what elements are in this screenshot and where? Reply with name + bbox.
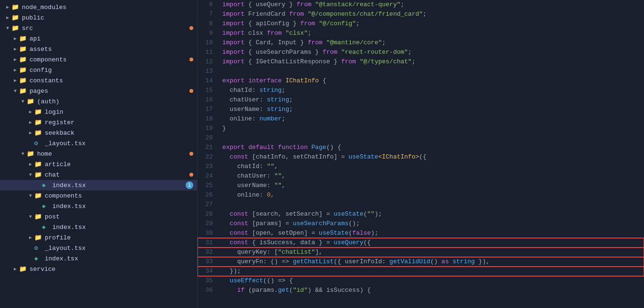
line-code: const [open, setOpen] = useState(false);	[220, 229, 644, 238]
folder-icon: 📁	[19, 66, 28, 74]
line-number: 34	[198, 267, 220, 276]
folder-icon: 📁	[34, 192, 43, 199]
arrow-icon: ▶	[4, 4, 11, 10]
sidebar-item-label: service	[30, 266, 56, 273]
sidebar-item-index-tsx-chat[interactable]: ◈ index.tsx 1	[0, 180, 197, 190]
line-number: 18	[198, 114, 220, 124]
folder-icon: 📁	[19, 56, 28, 63]
code-line: 19}	[198, 124, 644, 133]
code-line: 22 const [chatInfo, setChatInfo] = useSt…	[198, 152, 644, 162]
line-number: 33	[198, 257, 220, 267]
line-code: queryKey: ["chatList"],	[220, 248, 644, 257]
line-code: });	[220, 267, 644, 276]
sidebar-item-index-tsx-components[interactable]: ◈ index.tsx	[0, 201, 197, 211]
file-icon: ◈	[42, 181, 50, 189]
sidebar-item-components[interactable]: ▶ 📁 components	[0, 54, 197, 65]
file-icon: ◈	[42, 223, 50, 231]
code-line: 9import clsx from "clsx";	[198, 29, 644, 38]
arrow-icon: ▼	[27, 172, 34, 178]
folder-icon: 📁	[19, 265, 28, 273]
line-code: chatId: "",	[220, 162, 644, 171]
line-code: queryFn: () => getChatList({ userInfoId:…	[220, 257, 644, 267]
line-number: 29	[198, 219, 220, 229]
sidebar-item-service[interactable]: ▶ 📁 service	[0, 264, 197, 274]
line-number: 11	[198, 48, 220, 57]
folder-icon: 📁	[19, 87, 28, 95]
modified-dot	[189, 152, 193, 156]
sidebar-item-assets[interactable]: ▶ 📁 assets	[0, 44, 197, 54]
sidebar-item-index-tsx-home[interactable]: ◈ index.tsx	[0, 253, 197, 264]
modified-dot	[189, 58, 193, 61]
sidebar-item-auth[interactable]: ▼ 📁 (auth)	[0, 96, 197, 107]
line-number: 14	[198, 76, 220, 86]
sidebar-item-config[interactable]: ▶ 📁 config	[0, 65, 197, 75]
sidebar-item-chat[interactable]: ▼ 📁 chat	[0, 169, 197, 180]
line-number: 10	[198, 38, 220, 48]
sidebar-item-public[interactable]: ▶ 📁 public	[0, 12, 197, 23]
line-code: }	[220, 124, 644, 133]
code-line: 21export default function Page() {	[198, 143, 644, 152]
sidebar-item-label: assets	[30, 46, 52, 53]
sidebar-item-index-tsx-post[interactable]: ◈ index.tsx	[0, 222, 197, 232]
line-number: 26	[198, 190, 220, 200]
folder-icon: 📁	[34, 129, 43, 137]
sidebar-item-login[interactable]: ▶ 📁 login	[0, 107, 197, 117]
line-code: chatId: string;	[220, 86, 644, 95]
line-number: 9	[198, 29, 220, 38]
line-number: 7	[198, 10, 220, 19]
line-code: export default function Page() {	[220, 143, 644, 152]
sidebar-item-components-chat[interactable]: ▼ 📁 components	[0, 190, 197, 201]
sidebar-item-constants[interactable]: ▶ 📁 constants	[0, 75, 197, 86]
code-line: 8import { apiConfig } from "@/config";	[198, 19, 644, 29]
line-code: const [search, setSearch] = useState("")…	[220, 209, 644, 219]
line-code: online: number;	[220, 114, 644, 124]
sidebar-item-label: profile	[45, 234, 71, 241]
code-editor: 6import { useQuery } from "@tanstack/rea…	[198, 0, 644, 308]
line-code: userName: string;	[220, 105, 644, 114]
sidebar-item-register[interactable]: ▶ 📁 register	[0, 117, 197, 128]
line-code: export interface IChatInfo {	[220, 76, 644, 86]
code-line: 24 chatUser: "",	[198, 171, 644, 181]
code-line: 28 const [search, setSearch] = useState(…	[198, 209, 644, 219]
line-number: 21	[198, 143, 220, 152]
sidebar-item-profile[interactable]: ▶ 📁 profile	[0, 232, 197, 243]
sidebar-item-layout-tsx[interactable]: ⚙ _layout.tsx	[0, 138, 197, 149]
sidebar-item-label: _layout.tsx	[45, 245, 86, 252]
code-line: 6import { useQuery } from "@tanstack/rea…	[198, 0, 644, 10]
line-code: if (params.get("id") && isSuccess) {	[220, 286, 644, 295]
arrow-icon: ▶	[27, 130, 34, 136]
sidebar-item-layout2-tsx[interactable]: ⚙ _layout.tsx	[0, 243, 197, 253]
modified-dot	[189, 173, 193, 177]
line-code: online: 0,	[220, 190, 644, 200]
sidebar-item-pages[interactable]: ▼ 📁 pages	[0, 86, 197, 96]
folder-icon: 📁	[19, 35, 28, 42]
line-number: 17	[198, 105, 220, 114]
sidebar-item-home[interactable]: ▼ 📁 home	[0, 149, 197, 159]
arrow-icon: ▶	[27, 161, 34, 167]
arrow-icon: ▶	[4, 15, 11, 20]
sidebar-item-node-modules[interactable]: ▶ 📁 node_modules	[0, 2, 197, 12]
code-line: 17 userName: string;	[198, 105, 644, 114]
line-number: 24	[198, 171, 220, 181]
code-line: 15 chatId: string;	[198, 86, 644, 95]
sidebar-item-api[interactable]: ▶ 📁 api	[0, 33, 197, 44]
arrow-icon: ▶	[27, 109, 34, 115]
line-code: import clsx from "clsx";	[220, 29, 644, 38]
file-icon: ⚙	[34, 139, 43, 147]
line-code: import { Card, Input } from "@mantine/co…	[220, 38, 644, 48]
sidebar-item-src[interactable]: ▼ 📁 src	[0, 23, 197, 33]
sidebar-item-seekback[interactable]: ▶ 📁 seekback	[0, 128, 197, 138]
code-line: 23 chatId: "",	[198, 162, 644, 171]
code-line: 27	[198, 200, 644, 209]
code-line: 31 const { isSuccess, data } = useQuery(…	[198, 238, 644, 248]
line-code	[220, 67, 644, 76]
arrow-icon: ▼	[19, 99, 27, 104]
line-number: 22	[198, 152, 220, 162]
sidebar-item-post[interactable]: ▼ 📁 post	[0, 211, 197, 222]
sidebar-item-article[interactable]: ▶ 📁 article	[0, 159, 197, 169]
code-line: 29 const [params] = useSearchParams();	[198, 219, 644, 229]
code-line: 36 if (params.get("id") && isSuccess) {	[198, 286, 644, 295]
line-code: import { apiConfig } from "@/config";	[220, 19, 644, 29]
sidebar-item-label: post	[45, 213, 59, 220]
file-icon: ◈	[42, 202, 50, 210]
